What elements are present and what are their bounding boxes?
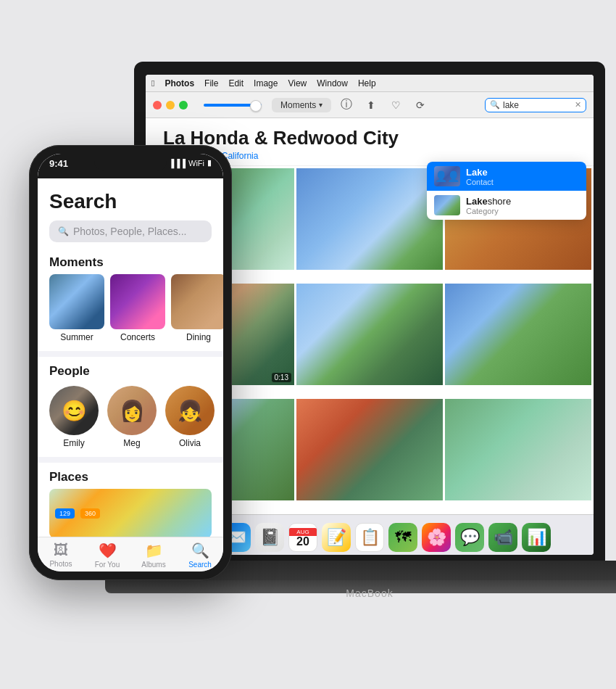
search-box[interactable]: 🔍 lake ✕ xyxy=(485,98,586,112)
people-grid: 😊 Emily 👩 Meg 👧 Olivia xyxy=(38,383,223,457)
chevron-down-icon: ▾ xyxy=(319,101,322,109)
photo-cell[interactable] xyxy=(445,284,591,385)
moment-summer[interactable]: Summer xyxy=(49,274,104,342)
maximize-button[interactable] xyxy=(179,101,188,110)
search-header: Search 🔍 Photos, People, Places... xyxy=(38,178,223,248)
tab-photos[interactable]: 🖼 Photos xyxy=(38,542,84,569)
map-speed-badge: 360 xyxy=(80,508,100,519)
search-result-name: Lake xyxy=(466,167,494,178)
search-placeholder: Photos, People, Places... xyxy=(73,226,186,237)
iphone-screen: 9:41 ▐▐▐ WiFi ▮ Search 🔍 Photos, People,… xyxy=(38,154,223,572)
battery-icon: ▮ xyxy=(207,158,212,168)
albums-tab-icon: 📁 xyxy=(145,542,163,559)
photos-tab-label: Photos xyxy=(49,560,72,568)
people-section: People 😊 Emily 👩 Meg 👧 Olivia xyxy=(38,357,223,457)
moments-section-header: Moments xyxy=(38,248,223,274)
photo-cell[interactable] xyxy=(445,399,591,500)
macos-menubar:  Photos File Edit Image View Window Hel… xyxy=(146,75,594,92)
moment-dining[interactable]: Dining xyxy=(171,274,223,342)
close-button[interactable] xyxy=(153,101,162,110)
heart-button[interactable]: ♡ xyxy=(386,96,405,115)
iphone-status-bar: 9:41 ▐▐▐ WiFi ▮ xyxy=(38,154,223,178)
people-section-header: People xyxy=(38,357,223,383)
places-section-header: Places xyxy=(38,463,223,489)
menubar-view[interactable]: View xyxy=(288,78,307,88)
photo-cell[interactable] xyxy=(296,284,443,385)
avatar-meg: 👩 xyxy=(107,386,157,435)
dock-maps[interactable]: 🗺 xyxy=(388,523,417,552)
dock-numbers[interactable]: 📊 xyxy=(522,523,551,552)
moment-concerts[interactable]: Concerts xyxy=(110,274,165,342)
dock-facetime[interactable]: 📹 xyxy=(488,523,517,552)
search-icon: 🔍 xyxy=(58,226,69,236)
menubar-window[interactable]: Window xyxy=(317,78,348,88)
moment-thumb-dining xyxy=(171,274,223,329)
search-title: Search xyxy=(49,190,212,213)
person-name-meg: Meg xyxy=(123,438,140,448)
menubar-help[interactable]: Help xyxy=(358,78,376,88)
moment-label-summer: Summer xyxy=(60,332,93,342)
rotate-button[interactable]: ⟳ xyxy=(411,96,430,115)
search-tab-label: Search xyxy=(188,561,212,569)
dock-photos-app[interactable]: 🌸 xyxy=(422,523,451,552)
apple-menu[interactable]:  xyxy=(151,78,154,88)
places-section: Places 129 360 xyxy=(38,463,223,537)
search-result-type: Contact xyxy=(466,178,494,186)
person-olivia[interactable]: 👧 Olivia xyxy=(165,386,215,448)
search-result-thumb-2 xyxy=(434,195,460,215)
macos-titlebar: Moments ▾ ⓘ ⬆ ♡ ⟳ 🔍 lake ✕ xyxy=(146,92,594,118)
iphone-content: Search 🔍 Photos, People, Places... Momen… xyxy=(38,178,223,537)
moments-section: Moments Summer Concerts Dining xyxy=(38,248,223,351)
moment-thumb-summer xyxy=(49,274,104,329)
search-result-thumb: 👤👤 xyxy=(434,166,460,186)
dock-contacts[interactable]: 📓 xyxy=(255,523,284,552)
moments-segment[interactable]: Moments ▾ xyxy=(272,98,331,112)
for-you-tab-icon: ❤️ xyxy=(99,542,117,559)
moments-grid: Summer Concerts Dining xyxy=(38,274,223,351)
menubar-photos[interactable]: Photos xyxy=(165,78,194,88)
share-button[interactable]: ⬆ xyxy=(362,96,380,115)
minimize-button[interactable] xyxy=(166,101,175,110)
tab-albums[interactable]: 📁 Albums xyxy=(130,542,177,569)
moment-label-concerts: Concerts xyxy=(120,332,155,342)
search-input-bar[interactable]: 🔍 Photos, People, Places... xyxy=(49,220,212,242)
dock-messages[interactable]: 💬 xyxy=(455,523,484,552)
search-icon: 🔍 xyxy=(490,100,500,110)
clear-search-icon[interactable]: ✕ xyxy=(575,100,581,110)
video-duration-badge: 0:13 xyxy=(272,373,291,382)
status-time: 9:41 xyxy=(49,158,68,169)
zoom-slider[interactable] xyxy=(204,104,262,107)
macbook-label: MacBook xyxy=(346,587,393,599)
menubar-image[interactable]: Image xyxy=(254,78,278,88)
tab-for-you[interactable]: ❤️ For You xyxy=(84,542,130,569)
dock-notes[interactable]: 📝 xyxy=(322,523,351,552)
menubar-file[interactable]: File xyxy=(204,78,218,88)
notch xyxy=(94,154,167,171)
search-result-category: Category xyxy=(466,207,511,215)
person-name-emily: Emily xyxy=(63,438,84,448)
iphone: 9:41 ▐▐▐ WiFi ▮ Search 🔍 Photos, People,… xyxy=(29,145,232,580)
photo-cell[interactable] xyxy=(296,168,443,270)
places-map-preview[interactable]: 129 360 xyxy=(49,489,212,537)
for-you-tab-label: For You xyxy=(95,561,120,569)
info-button[interactable]: ⓘ xyxy=(337,96,356,115)
search-result-lakeshore[interactable]: Lakeshore Category xyxy=(427,191,586,220)
menubar-edit[interactable]: Edit xyxy=(228,78,244,88)
map-route-badge: 129 xyxy=(55,508,75,519)
tab-search[interactable]: 🔍 Search xyxy=(177,542,223,569)
signal-icon: ▐▐▐ xyxy=(169,159,186,168)
dock-reminders[interactable]: 📋 xyxy=(355,523,384,552)
photo-cell[interactable] xyxy=(296,399,443,500)
search-result-lake[interactable]: 👤👤 Lake Contact xyxy=(427,162,586,191)
search-result-text: Lake Contact xyxy=(466,167,494,186)
search-input[interactable]: lake xyxy=(503,100,519,110)
status-icons: ▐▐▐ WiFi ▮ xyxy=(169,158,212,168)
photos-tab-icon: 🖼 xyxy=(54,542,68,558)
search-tab-icon: 🔍 xyxy=(191,542,209,559)
traffic-lights xyxy=(153,101,188,110)
albums-tab-label: Albums xyxy=(141,561,165,569)
search-result-name-2: Lakeshore xyxy=(466,196,511,207)
person-emily[interactable]: 😊 Emily xyxy=(49,386,99,448)
dock-calendar[interactable]: AUG 20 xyxy=(288,523,317,552)
person-meg[interactable]: 👩 Meg xyxy=(107,386,157,448)
